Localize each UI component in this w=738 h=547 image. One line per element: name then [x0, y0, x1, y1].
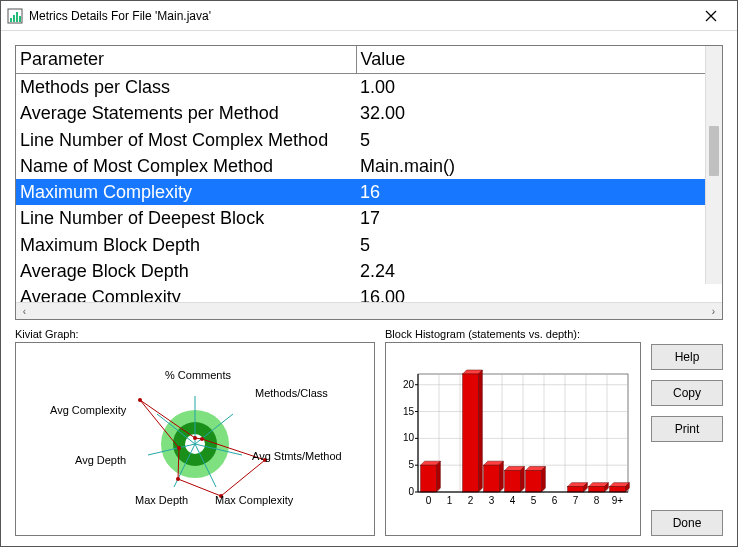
svg-text:0: 0	[426, 495, 432, 506]
cell-parameter: Maximum Block Depth	[16, 232, 356, 258]
scroll-right-icon[interactable]: ›	[705, 303, 722, 319]
help-button[interactable]: Help	[651, 344, 723, 370]
svg-marker-64	[520, 467, 524, 492]
window-title: Metrics Details For File 'Main.java'	[29, 9, 691, 23]
titlebar: Metrics Details For File 'Main.java'	[1, 1, 737, 31]
cell-value: 17	[356, 205, 722, 231]
done-button[interactable]: Done	[651, 510, 723, 536]
kiviat-axis-maxdepth: Max Depth	[135, 494, 188, 506]
cell-parameter: Average Statements per Method	[16, 100, 356, 126]
table-row[interactable]: Methods per Class1.00	[16, 74, 722, 101]
scroll-left-icon[interactable]: ‹	[16, 303, 33, 319]
cell-parameter: Line Number of Deepest Block	[16, 205, 356, 231]
cell-value: 16	[356, 179, 722, 205]
svg-marker-60	[499, 461, 503, 492]
svg-text:20: 20	[403, 379, 415, 390]
cell-value: 16.00	[356, 284, 722, 302]
cell-value: 2.24	[356, 258, 722, 284]
svg-text:5: 5	[408, 459, 414, 470]
svg-text:8: 8	[594, 495, 600, 506]
svg-marker-56	[478, 370, 482, 492]
cell-value: Main.main()	[356, 153, 722, 179]
svg-marker-51	[436, 461, 440, 492]
svg-point-21	[177, 446, 181, 450]
svg-text:5: 5	[531, 495, 537, 506]
svg-rect-57	[463, 374, 479, 492]
svg-point-17	[200, 437, 204, 441]
table-row[interactable]: Average Statements per Method32.00	[16, 100, 722, 126]
cell-parameter: Name of Most Complex Method	[16, 153, 356, 179]
kiviat-axis-methods: Methods/Class	[255, 387, 328, 399]
kiviat-label: Kiviat Graph:	[15, 328, 375, 340]
kiviat-graph: % Comments Methods/Class Avg Stmts/Metho…	[15, 342, 375, 536]
svg-text:2: 2	[468, 495, 474, 506]
svg-text:6: 6	[552, 495, 558, 506]
table-row[interactable]: Average Block Depth2.24	[16, 258, 722, 284]
svg-text:7: 7	[573, 495, 579, 506]
svg-text:9+: 9+	[612, 495, 624, 506]
histogram-panel: Block Histogram (statements vs. depth): …	[385, 328, 641, 536]
svg-text:1: 1	[447, 495, 453, 506]
svg-rect-78	[589, 487, 605, 492]
cell-value: 32.00	[356, 100, 722, 126]
kiviat-axis-avgdepth: Avg Depth	[75, 454, 126, 466]
kiviat-axis-avgcomplex: Avg Complexity	[50, 404, 127, 416]
col-header-parameter[interactable]: Parameter	[16, 46, 356, 74]
app-icon	[7, 8, 23, 24]
content-area: Parameter Value Methods per Class1.00Ave…	[1, 31, 737, 546]
kiviat-axis-comments: % Comments	[165, 369, 232, 381]
kiviat-axis-avgstmts: Avg Stmts/Method	[252, 450, 342, 462]
svg-rect-61	[484, 465, 500, 492]
svg-rect-69	[526, 471, 542, 492]
kiviat-panel: Kiviat Graph:	[15, 328, 375, 536]
close-icon[interactable]	[691, 2, 731, 30]
histogram-chart: 051015200123456789+	[385, 342, 641, 536]
bottom-row: Kiviat Graph:	[15, 328, 723, 536]
svg-rect-3	[16, 12, 18, 22]
svg-marker-68	[541, 467, 545, 492]
metrics-table-scroll[interactable]: Parameter Value Methods per Class1.00Ave…	[16, 46, 722, 302]
horizontal-scrollbar[interactable]: ‹ ›	[16, 302, 722, 319]
svg-rect-82	[610, 487, 626, 492]
svg-text:3: 3	[489, 495, 495, 506]
cell-parameter: Maximum Complexity	[16, 179, 356, 205]
table-row[interactable]: Line Number of Most Complex Method5	[16, 127, 722, 153]
vertical-scrollbar[interactable]	[705, 46, 722, 284]
metrics-dialog: Metrics Details For File 'Main.java' Par…	[0, 0, 738, 547]
cell-parameter: Line Number of Most Complex Method	[16, 127, 356, 153]
copy-button[interactable]: Copy	[651, 380, 723, 406]
cell-value: 5	[356, 232, 722, 258]
svg-point-16	[193, 436, 197, 440]
print-button[interactable]: Print	[651, 416, 723, 442]
svg-rect-2	[13, 15, 15, 22]
svg-point-22	[138, 398, 142, 402]
svg-text:0: 0	[408, 486, 414, 497]
svg-rect-4	[19, 16, 21, 22]
svg-text:15: 15	[403, 406, 415, 417]
table-row[interactable]: Name of Most Complex MethodMain.main()	[16, 153, 722, 179]
col-header-value[interactable]: Value	[356, 46, 722, 74]
svg-rect-1	[10, 18, 12, 22]
cell-parameter: Average Complexity	[16, 284, 356, 302]
svg-point-20	[176, 477, 180, 481]
svg-text:10: 10	[403, 432, 415, 443]
table-row[interactable]: Maximum Block Depth5	[16, 232, 722, 258]
kiviat-axis-maxcomplex: Max Complexity	[215, 494, 294, 506]
button-column: Help Copy Print Done	[651, 328, 723, 536]
table-row[interactable]: Average Complexity16.00	[16, 284, 722, 302]
table-row[interactable]: Line Number of Deepest Block17	[16, 205, 722, 231]
svg-rect-52	[421, 465, 437, 492]
cell-value: 1.00	[356, 74, 722, 101]
cell-value: 5	[356, 127, 722, 153]
vertical-scrollbar-thumb[interactable]	[709, 126, 719, 176]
histogram-label: Block Histogram (statements vs. depth):	[385, 328, 641, 340]
svg-text:4: 4	[510, 495, 516, 506]
svg-rect-65	[505, 471, 521, 492]
cell-parameter: Average Block Depth	[16, 258, 356, 284]
cell-parameter: Methods per Class	[16, 74, 356, 101]
metrics-table: Parameter Value Methods per Class1.00Ave…	[16, 46, 722, 302]
svg-rect-74	[568, 487, 584, 492]
table-row[interactable]: Maximum Complexity16	[16, 179, 722, 205]
metrics-table-container: Parameter Value Methods per Class1.00Ave…	[15, 45, 723, 320]
